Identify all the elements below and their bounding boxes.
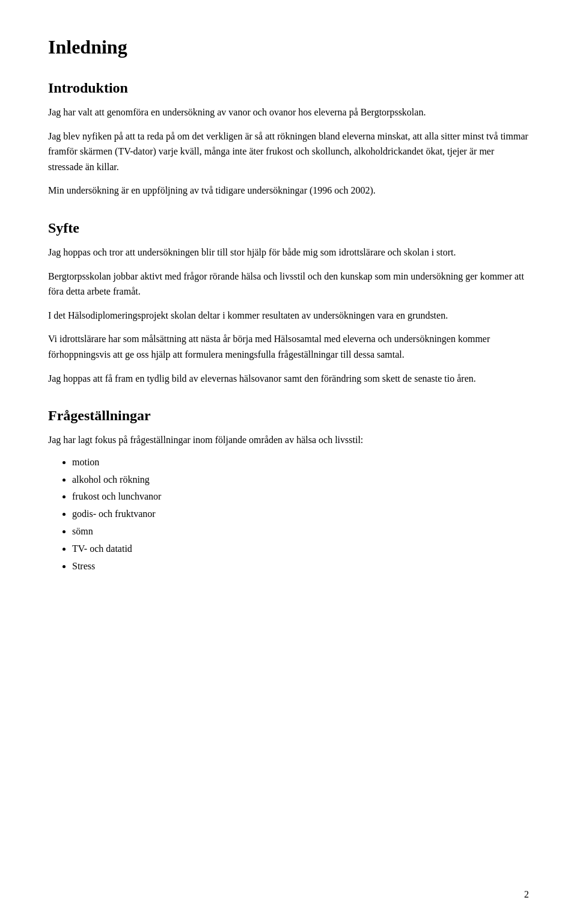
fragestellningar-heading: Frågeställningar — [48, 408, 529, 424]
introduktion-heading: Introduktion — [48, 80, 529, 96]
introduktion-paragraph-1: Jag har valt att genomföra en undersökni… — [48, 105, 529, 120]
fragestellningar-intro: Jag har lagt fokus på frågeställningar i… — [48, 432, 529, 448]
syfte-paragraph-3: I det Hälsodiplomeringsprojekt skolan de… — [48, 308, 529, 323]
list-item: godis- och fruktvanor — [72, 506, 529, 523]
fragestellningar-list: motion alkohol och rökning frukost och l… — [72, 454, 529, 575]
page-title: Inledning — [48, 36, 529, 58]
syfte-paragraph-4: Vi idrottslärare har som målsättning att… — [48, 331, 529, 362]
list-item: Stress — [72, 558, 529, 575]
introduktion-paragraph-2: Jag blev nyfiken på att ta reda på om de… — [48, 129, 529, 175]
page-number: 2 — [524, 889, 529, 900]
syfte-section: Syfte Jag hoppas och tror att undersökni… — [48, 220, 529, 386]
introduktion-paragraph-3: Min undersökning är en uppföljning av tv… — [48, 183, 529, 198]
list-item: alkohol och rökning — [72, 471, 529, 489]
introduktion-section: Introduktion Jag har valt att genomföra … — [48, 80, 529, 198]
list-item: motion — [72, 454, 529, 471]
syfte-paragraph-2: Bergtorpsskolan jobbar aktivt med frågor… — [48, 269, 529, 299]
syfte-heading: Syfte — [48, 220, 529, 236]
syfte-paragraph-1: Jag hoppas och tror att undersökningen b… — [48, 245, 529, 260]
list-item: frukost och lunchvanor — [72, 488, 529, 506]
fragestellningar-section: Frågeställningar Jag har lagt fokus på f… — [48, 408, 529, 575]
list-item: TV- och datatid — [72, 540, 529, 558]
syfte-paragraph-5: Jag hoppas att få fram en tydlig bild av… — [48, 371, 529, 387]
list-item: sömn — [72, 523, 529, 540]
